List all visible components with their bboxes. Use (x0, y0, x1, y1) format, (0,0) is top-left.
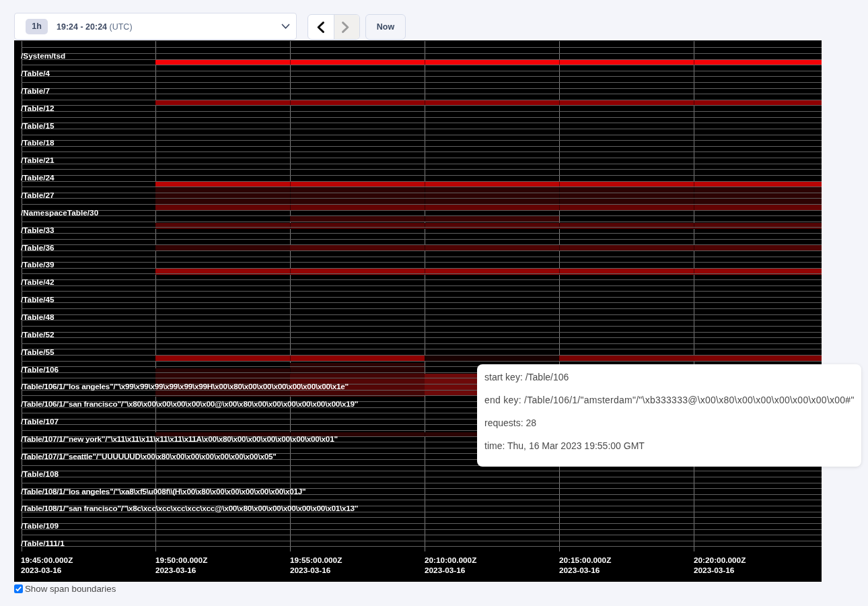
svg-text:19:55:00.000Z: 19:55:00.000Z (290, 556, 342, 565)
svg-text:20:15:00.000Z: 20:15:00.000Z (559, 556, 611, 565)
svg-text:/Table/4: /Table/4 (21, 69, 50, 78)
svg-text:2023-03-16: 2023-03-16 (155, 566, 196, 575)
svg-text:/Table/106/1/"san francisco"/": /Table/106/1/"san francisco"/"\x80\x00\x… (21, 399, 358, 409)
svg-text:/Table/108: /Table/108 (21, 469, 59, 479)
svg-text:/Table/52: /Table/52 (21, 330, 55, 339)
svg-text:/Table/15: /Table/15 (21, 121, 55, 131)
svg-text:/Table/7: /Table/7 (21, 86, 50, 96)
svg-text:19:45:00.000Z: 19:45:00.000Z (21, 556, 73, 565)
svg-text:2023-03-16: 2023-03-16 (694, 566, 735, 575)
svg-text:/Table/108/1/"los angeles"/"\x: /Table/108/1/"los angeles"/"\xa8\xf5\u00… (21, 487, 305, 496)
svg-text:/Table/106/1/"los angeles"/"\x: /Table/106/1/"los angeles"/"\x99\x99\x99… (21, 382, 349, 391)
svg-text:/Table/24: /Table/24 (21, 173, 55, 182)
svg-text:20:10:00.000Z: 20:10:00.000Z (425, 556, 476, 565)
svg-text:/Table/18: /Table/18 (21, 138, 55, 147)
svg-text:/Table/111/1: /Table/111/1 (21, 539, 65, 548)
svg-text:2023-03-16: 2023-03-16 (21, 566, 62, 575)
svg-text:/Table/36: /Table/36 (21, 243, 55, 252)
svg-text:2023-03-16: 2023-03-16 (290, 566, 331, 575)
svg-text:/Table/106: /Table/106 (21, 365, 59, 374)
svg-text:2023-03-16: 2023-03-16 (559, 566, 600, 575)
svg-text:/Table/108/1/"san francisco"/": /Table/108/1/"san francisco"/"\x8c\xcc\x… (21, 504, 358, 513)
svg-text:19:50:00.000Z: 19:50:00.000Z (155, 556, 207, 565)
svg-text:/Table/21: /Table/21 (21, 156, 55, 165)
svg-text:/Table/12: /Table/12 (21, 104, 55, 113)
svg-text:/NamespaceTable/30: /NamespaceTable/30 (21, 208, 99, 217)
svg-text:/Table/39: /Table/39 (21, 260, 55, 269)
svg-text:/Table/33: /Table/33 (21, 226, 55, 235)
svg-text:/Table/42: /Table/42 (21, 277, 55, 287)
svg-text:20:20:00.000Z: 20:20:00.000Z (694, 556, 746, 565)
svg-text:/Table/45: /Table/45 (21, 295, 55, 304)
svg-text:/Table/107: /Table/107 (21, 417, 59, 426)
svg-text:/Table/55: /Table/55 (21, 347, 55, 357)
svg-text:/System/tsd: /System/tsd (21, 51, 65, 61)
svg-text:/Table/107/1/"seattle"/"UUUUUU: /Table/107/1/"seattle"/"UUUUUUD\x00\x80\… (21, 452, 277, 461)
svg-text:/Table/27: /Table/27 (21, 191, 55, 200)
svg-text:2023-03-16: 2023-03-16 (425, 566, 466, 575)
svg-text:/Table/109: /Table/109 (21, 521, 59, 531)
svg-text:/Table/107/1/"new york"/"\x11\: /Table/107/1/"new york"/"\x11\x11\x11\x1… (21, 434, 338, 444)
svg-text:/Table/48: /Table/48 (21, 312, 55, 322)
